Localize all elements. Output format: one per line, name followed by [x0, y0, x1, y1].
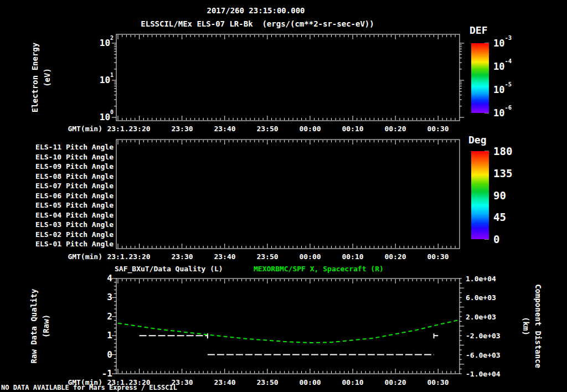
page-title: 2017/260 23:15:00.000: [207, 7, 305, 14]
x-tick-label: 23:40: [214, 379, 235, 386]
quality-y-axis-title: Raw Data Quality: [30, 289, 38, 364]
x-tick-label: 23:30: [171, 379, 193, 386]
pitch-row-label: ELS-01 Pitch Angle: [35, 240, 114, 247]
x-tick-label: 00:00: [299, 253, 321, 260]
deg-colorbar-tick-label: 0: [493, 234, 499, 245]
x-tick-label: 00:30: [427, 253, 449, 260]
x-tick-label: 00:00: [299, 125, 321, 132]
x-tick-label: 23:1.: [107, 379, 128, 386]
pitch-row-label: ELS-08 Pitch Angle: [35, 172, 114, 179]
distance-y-tick-label: -1.0e+04: [466, 370, 501, 378]
pitch-row-label: ELS-05 Pitch Angle: [35, 202, 114, 209]
x-tick-label: 23:20: [128, 379, 150, 386]
pitch-row-label: ELS-03 Pitch Angle: [35, 221, 114, 228]
pitch-row-label: ELS-07 Pitch Angle: [35, 182, 114, 189]
x-tick-label: 00:10: [342, 125, 363, 132]
energy-y-axis-units: (eV): [43, 68, 51, 87]
plot-subtitle: ELSSCIL/MEx ELS-07 LR-Bk (ergs/(cm**2-sr…: [141, 20, 374, 28]
x-tick-label: 00:20: [384, 253, 406, 260]
distance-y-axis-units: (km): [522, 317, 530, 336]
deg-colorbar-title: Deg: [468, 135, 487, 145]
distance-y-tick-label: 1.0e+04: [466, 275, 496, 282]
quality-y-tick-label: 2: [107, 312, 112, 321]
def-colorbar-tick-label: 10-6: [493, 109, 512, 118]
energy-y-tick-label: 101: [100, 76, 114, 85]
gmt-axis-label-top: GMT(min): [68, 125, 102, 132]
x-tick-label: 23:50: [256, 253, 278, 260]
plot-canvas: 2017/260 23:15:00.000 ELSSCIL/MEx ELS-07…: [0, 0, 567, 392]
x-tick-label: 23:50: [256, 125, 278, 132]
distance-y-tick-label: -2.0e+03: [466, 332, 501, 339]
gmt-axis-label-middle: GMT(min): [68, 253, 102, 260]
quality-y-axis-units: (Raw): [42, 314, 50, 338]
quality-left-series-title: SAF_BXuT/Data Quality (L): [115, 265, 223, 272]
distance-y-tick-label: 6.0e+03: [466, 294, 496, 301]
distance-y-tick-label: -6.0e+03: [466, 351, 501, 358]
x-tick-label: 23:1.: [107, 125, 128, 132]
energy-y-axis-title: Electron Energy: [31, 43, 39, 112]
x-tick-label: 23:50: [256, 379, 278, 386]
spacecraft-right-series-title: MEXORBMC/SPF X, Spacecraft (R): [254, 265, 384, 272]
distance-y-axis-title: Component Distance: [534, 284, 542, 368]
deg-colorbar-tick-label: 180: [493, 146, 512, 157]
x-tick-label: 23:40: [214, 125, 235, 132]
quality-y-tick-label: 0: [107, 350, 112, 359]
pitch-row-label: ELS-06 Pitch Angle: [35, 192, 114, 199]
pitch-row-label: ELS-09 Pitch Angle: [35, 163, 114, 170]
x-tick-label: 00:10: [342, 379, 363, 386]
x-tick-label: 00:20: [384, 379, 406, 386]
quality-y-tick-label: 3: [107, 293, 112, 302]
x-tick-label: 00:30: [427, 379, 449, 386]
x-tick-label: 23:20: [128, 253, 150, 260]
pitch-row-label: ELS-02 Pitch Angle: [35, 230, 114, 238]
deg-colorbar-tick-label: 45: [493, 212, 506, 223]
x-tick-label: 23:30: [171, 253, 193, 260]
pitch-row-label: ELS-10 Pitch Angle: [35, 153, 114, 160]
deg-colorbar-tick-label: 135: [493, 168, 512, 178]
x-tick-label: 00:00: [299, 379, 321, 386]
def-colorbar-tick-label: 10-4: [493, 62, 512, 71]
energy-y-tick-label: 100: [100, 113, 114, 122]
energy-y-tick-label: 102: [100, 39, 114, 48]
quality-y-tick-label: -1: [102, 369, 112, 378]
def-colorbar: [471, 43, 489, 113]
deg-colorbar: [471, 151, 489, 239]
no-data-notice: NO DATA AVAILABLE for Mars Express / ELS…: [1, 384, 177, 391]
x-tick-label: 00:20: [384, 125, 406, 132]
x-tick-label: 00:10: [342, 253, 363, 260]
def-colorbar-tick-label: 10-5: [493, 85, 512, 95]
pitch-row-label: ELS-04 Pitch Angle: [35, 211, 114, 218]
x-tick-label: 00:30: [427, 125, 449, 132]
deg-colorbar-tick-label: 90: [493, 190, 506, 200]
x-tick-label: 23:1.: [107, 253, 128, 260]
distance-y-tick-label: 2.0e+03: [466, 313, 496, 320]
x-tick-label: 23:30: [171, 125, 193, 132]
x-tick-label: 23:40: [214, 253, 235, 260]
x-tick-label: 23:20: [128, 125, 150, 132]
quality-y-tick-label: 1: [107, 331, 112, 340]
def-colorbar-title: DEF: [470, 25, 488, 35]
quality-y-tick-label: 4: [107, 274, 112, 283]
pitch-row-label: ELS-11 Pitch Angle: [35, 143, 114, 151]
def-colorbar-tick-label: 10-3: [493, 39, 512, 48]
